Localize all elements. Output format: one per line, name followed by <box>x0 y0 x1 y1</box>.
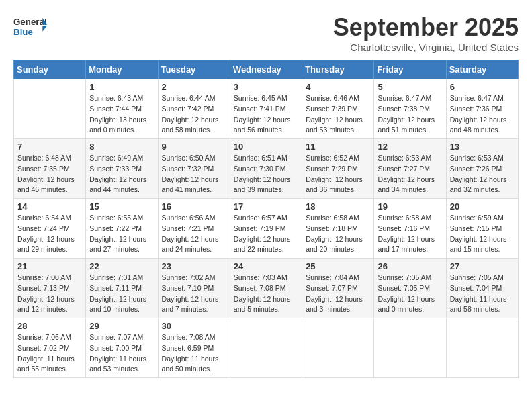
calendar-cell: 3Sunrise: 6:45 AMSunset: 7:41 PMDaylight… <box>230 79 302 139</box>
calendar-cell: 24Sunrise: 7:03 AMSunset: 7:08 PMDayligh… <box>230 259 302 318</box>
location: Charlottesville, Virginia, United States <box>333 42 519 53</box>
day-number: 8 <box>89 142 154 152</box>
calendar-cell: 4Sunrise: 6:46 AMSunset: 7:39 PMDaylight… <box>302 79 374 139</box>
calendar-cell: 14Sunrise: 6:54 AMSunset: 7:24 PMDayligh… <box>14 199 86 259</box>
day-number: 6 <box>450 82 515 92</box>
calendar-cell <box>230 318 302 378</box>
day-info: Sunrise: 6:54 AMSunset: 7:24 PMDaylight:… <box>17 213 82 255</box>
day-info: Sunrise: 7:03 AMSunset: 7:08 PMDaylight:… <box>234 273 298 315</box>
calendar-cell: 7Sunrise: 6:48 AMSunset: 7:35 PMDaylight… <box>14 139 86 199</box>
calendar-cell: 17Sunrise: 6:57 AMSunset: 7:19 PMDayligh… <box>230 199 302 259</box>
day-number: 12 <box>378 142 442 152</box>
day-number: 26 <box>378 261 442 271</box>
day-info: Sunrise: 6:52 AMSunset: 7:29 PMDaylight:… <box>306 153 370 195</box>
day-info: Sunrise: 6:50 AMSunset: 7:32 PMDaylight:… <box>162 153 226 195</box>
calendar-cell: 28Sunrise: 7:06 AMSunset: 7:02 PMDayligh… <box>14 318 86 378</box>
day-info: Sunrise: 6:44 AMSunset: 7:42 PMDaylight:… <box>162 93 226 136</box>
col-header-friday: Friday <box>374 60 446 79</box>
day-info: Sunrise: 6:47 AMSunset: 7:36 PMDaylight:… <box>450 93 515 136</box>
day-info: Sunrise: 6:56 AMSunset: 7:21 PMDaylight:… <box>162 213 226 255</box>
day-info: Sunrise: 6:58 AMSunset: 7:16 PMDaylight:… <box>378 213 442 255</box>
calendar-cell: 18Sunrise: 6:58 AMSunset: 7:18 PMDayligh… <box>302 199 374 259</box>
col-header-wednesday: Wednesday <box>230 60 302 79</box>
calendar-cell <box>446 318 518 378</box>
calendar-cell: 13Sunrise: 6:53 AMSunset: 7:26 PMDayligh… <box>446 139 518 199</box>
day-info: Sunrise: 7:04 AMSunset: 7:07 PMDaylight:… <box>306 273 370 315</box>
day-number: 18 <box>306 201 370 212</box>
day-info: Sunrise: 6:43 AMSunset: 7:44 PMDaylight:… <box>89 93 154 136</box>
title-block: September 2025 Charlottesville, Virginia… <box>333 13 519 53</box>
day-number: 19 <box>378 201 442 212</box>
day-number: 11 <box>306 142 370 152</box>
svg-text:General: General <box>13 17 47 27</box>
day-number: 15 <box>89 201 154 212</box>
day-info: Sunrise: 6:55 AMSunset: 7:22 PMDaylight:… <box>89 213 154 255</box>
day-number: 4 <box>306 82 370 92</box>
svg-text:Blue: Blue <box>13 27 33 37</box>
day-number: 9 <box>162 142 226 152</box>
calendar-cell: 1Sunrise: 6:43 AMSunset: 7:44 PMDaylight… <box>86 79 158 139</box>
day-number: 16 <box>162 201 226 212</box>
calendar-week-row: 28Sunrise: 7:06 AMSunset: 7:02 PMDayligh… <box>14 318 519 378</box>
day-info: Sunrise: 7:08 AMSunset: 6:59 PMDaylight:… <box>162 332 226 375</box>
day-number: 22 <box>89 261 154 271</box>
day-number: 21 <box>17 261 82 271</box>
calendar-cell: 11Sunrise: 6:52 AMSunset: 7:29 PMDayligh… <box>302 139 374 199</box>
calendar-week-row: 14Sunrise: 6:54 AMSunset: 7:24 PMDayligh… <box>14 199 519 259</box>
day-info: Sunrise: 7:01 AMSunset: 7:11 PMDaylight:… <box>89 273 154 315</box>
calendar-week-row: 1Sunrise: 6:43 AMSunset: 7:44 PMDaylight… <box>14 79 519 139</box>
calendar-cell: 16Sunrise: 6:56 AMSunset: 7:21 PMDayligh… <box>158 199 230 259</box>
day-info: Sunrise: 6:51 AMSunset: 7:30 PMDaylight:… <box>234 153 298 195</box>
calendar-week-row: 7Sunrise: 6:48 AMSunset: 7:35 PMDaylight… <box>14 139 519 199</box>
page-header: General Blue September 2025 Charlottesvi… <box>13 13 519 53</box>
day-info: Sunrise: 7:06 AMSunset: 7:02 PMDaylight:… <box>17 332 82 375</box>
calendar-cell: 29Sunrise: 7:07 AMSunset: 7:00 PMDayligh… <box>86 318 158 378</box>
calendar-cell: 25Sunrise: 7:04 AMSunset: 7:07 PMDayligh… <box>302 259 374 318</box>
day-number: 2 <box>162 82 226 92</box>
col-header-sunday: Sunday <box>14 60 86 79</box>
calendar-cell: 2Sunrise: 6:44 AMSunset: 7:42 PMDaylight… <box>158 79 230 139</box>
calendar-table: SundayMondayTuesdayWednesdayThursdayFrid… <box>13 60 519 378</box>
col-header-tuesday: Tuesday <box>158 60 230 79</box>
day-number: 7 <box>17 142 82 152</box>
calendar-cell: 5Sunrise: 6:47 AMSunset: 7:38 PMDaylight… <box>374 79 446 139</box>
calendar-cell: 6Sunrise: 6:47 AMSunset: 7:36 PMDaylight… <box>446 79 518 139</box>
calendar-cell: 23Sunrise: 7:02 AMSunset: 7:10 PMDayligh… <box>158 259 230 318</box>
col-header-monday: Monday <box>86 60 158 79</box>
calendar-cell: 12Sunrise: 6:53 AMSunset: 7:27 PMDayligh… <box>374 139 446 199</box>
calendar-cell: 9Sunrise: 6:50 AMSunset: 7:32 PMDaylight… <box>158 139 230 199</box>
day-info: Sunrise: 7:00 AMSunset: 7:13 PMDaylight:… <box>17 273 82 315</box>
month-title: September 2025 <box>333 13 519 42</box>
day-number: 20 <box>450 201 515 212</box>
calendar-cell: 10Sunrise: 6:51 AMSunset: 7:30 PMDayligh… <box>230 139 302 199</box>
calendar-cell: 15Sunrise: 6:55 AMSunset: 7:22 PMDayligh… <box>86 199 158 259</box>
day-info: Sunrise: 6:47 AMSunset: 7:38 PMDaylight:… <box>378 93 442 136</box>
day-info: Sunrise: 6:59 AMSunset: 7:15 PMDaylight:… <box>450 213 515 255</box>
calendar-cell: 22Sunrise: 7:01 AMSunset: 7:11 PMDayligh… <box>86 259 158 318</box>
day-number: 1 <box>89 82 154 92</box>
day-number: 25 <box>306 261 370 271</box>
day-number: 24 <box>234 261 298 271</box>
day-number: 23 <box>162 261 226 271</box>
calendar-cell <box>302 318 374 378</box>
day-number: 29 <box>89 321 154 331</box>
day-info: Sunrise: 6:49 AMSunset: 7:33 PMDaylight:… <box>89 153 154 195</box>
day-number: 5 <box>378 82 442 92</box>
col-header-thursday: Thursday <box>302 60 374 79</box>
day-info: Sunrise: 6:57 AMSunset: 7:19 PMDaylight:… <box>234 213 298 255</box>
calendar-cell: 21Sunrise: 7:00 AMSunset: 7:13 PMDayligh… <box>14 259 86 318</box>
day-info: Sunrise: 6:53 AMSunset: 7:27 PMDaylight:… <box>378 153 442 195</box>
day-number: 3 <box>234 82 298 92</box>
col-header-saturday: Saturday <box>446 60 518 79</box>
day-number: 27 <box>450 261 515 271</box>
day-number: 13 <box>450 142 515 152</box>
calendar-header-row: SundayMondayTuesdayWednesdayThursdayFrid… <box>14 60 519 79</box>
day-info: Sunrise: 6:58 AMSunset: 7:18 PMDaylight:… <box>306 213 370 255</box>
day-info: Sunrise: 6:48 AMSunset: 7:35 PMDaylight:… <box>17 153 82 195</box>
calendar-cell: 8Sunrise: 6:49 AMSunset: 7:33 PMDaylight… <box>86 139 158 199</box>
logo: General Blue <box>13 13 47 40</box>
day-number: 28 <box>17 321 82 331</box>
calendar-cell: 30Sunrise: 7:08 AMSunset: 6:59 PMDayligh… <box>158 318 230 378</box>
calendar-cell <box>374 318 446 378</box>
day-info: Sunrise: 7:07 AMSunset: 7:00 PMDaylight:… <box>89 332 154 375</box>
